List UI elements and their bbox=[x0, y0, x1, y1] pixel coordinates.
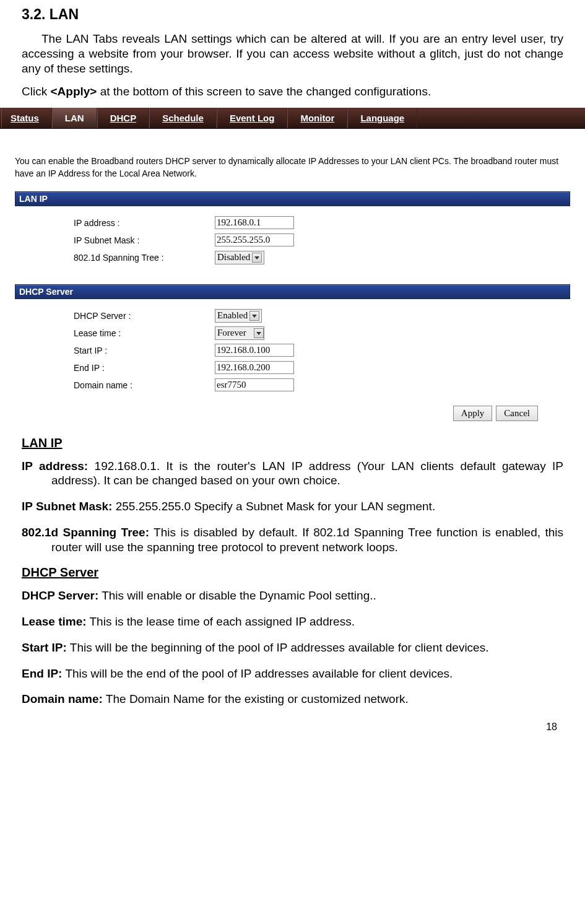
label-spanning-tree: 802.1d Spanning Tree : bbox=[74, 253, 215, 263]
select-spanning-tree[interactable]: Disabled bbox=[215, 251, 264, 264]
input-start-ip[interactable] bbox=[215, 344, 294, 357]
label-end-ip: End IP : bbox=[74, 363, 215, 373]
tab-schedule[interactable]: Schedule bbox=[149, 108, 217, 128]
label-subnet-mask: IP Subnet Mask : bbox=[74, 235, 215, 245]
def-term: DHCP Server: bbox=[22, 589, 98, 602]
lan-ip-form: IP address : IP Subnet Mask : 802.1d Spa… bbox=[74, 215, 570, 266]
def-domain-name: Domain name: The Domain Name for the exi… bbox=[22, 692, 563, 707]
def-term: Lease time: bbox=[22, 615, 87, 628]
def-lease-time: Lease time: This is the lease time of ea… bbox=[22, 614, 563, 629]
label-start-ip: Start IP : bbox=[74, 346, 215, 355]
def-end-ip: End IP: This will be the end of the pool… bbox=[22, 666, 563, 681]
text-fragment: Click bbox=[22, 85, 50, 98]
def-text: 192.168.0.1. It is the router's LAN IP a… bbox=[51, 460, 563, 487]
tab-dhcp[interactable]: DHCP bbox=[97, 108, 150, 128]
input-subnet-mask[interactable] bbox=[215, 233, 294, 246]
def-text: This is the lease time of each assigned … bbox=[87, 615, 355, 628]
def-text: This will enable or disable the Dynamic … bbox=[98, 589, 376, 602]
chevron-down-icon bbox=[252, 253, 262, 263]
def-text: This will be the end of the pool of IP a… bbox=[62, 667, 453, 680]
def-start-ip: Start IP: This will be the beginning of … bbox=[22, 640, 563, 655]
input-ip-address[interactable] bbox=[215, 216, 294, 229]
dhcp-form: DHCP Server : Enabled Lease time : Forev… bbox=[74, 308, 570, 393]
tab-monitor[interactable]: Monitor bbox=[287, 108, 347, 128]
tab-event-log[interactable]: Event Log bbox=[217, 108, 288, 128]
dhcp-server-section-header: DHCP Server bbox=[15, 284, 570, 299]
tab-status[interactable]: Status bbox=[1, 108, 52, 128]
select-lease-time[interactable]: Forever bbox=[215, 326, 264, 340]
def-term: End IP: bbox=[22, 667, 62, 680]
label-ip-address: IP address : bbox=[74, 218, 215, 228]
row-end-ip: End IP : bbox=[74, 360, 570, 376]
def-text: The Domain Name for the existing or cust… bbox=[103, 692, 409, 705]
paragraph-apply-note: Click <Apply> at the bottom of this scre… bbox=[22, 84, 563, 99]
select-value: Enabled bbox=[217, 310, 248, 321]
chevron-down-icon bbox=[249, 311, 259, 321]
row-lease-time: Lease time : Forever bbox=[74, 325, 570, 341]
def-spanning-tree: 802.1d Spanning Tree: This is disabled b… bbox=[22, 525, 563, 555]
text-fragment: at the bottom of this screen to save the… bbox=[97, 85, 431, 98]
cancel-button[interactable]: Cancel bbox=[496, 406, 538, 421]
select-value: Forever bbox=[217, 328, 252, 338]
dhcp-server-heading: DHCP Server bbox=[22, 565, 563, 580]
paragraph-intro: The LAN Tabs reveals LAN settings which … bbox=[22, 32, 563, 76]
lan-ip-heading: LAN IP bbox=[22, 436, 563, 450]
tab-lan[interactable]: LAN bbox=[52, 108, 97, 128]
input-domain-name[interactable] bbox=[215, 378, 294, 391]
row-spanning-tree: 802.1d Spanning Tree : Disabled bbox=[74, 250, 570, 266]
label-dhcp-server: DHCP Server : bbox=[74, 311, 215, 321]
row-start-ip: Start IP : bbox=[74, 342, 570, 359]
def-term: IP address: bbox=[22, 460, 88, 473]
page-number: 18 bbox=[22, 721, 563, 733]
select-value: Disabled bbox=[217, 252, 250, 263]
tab-bar: Status LAN DHCP Schedule Event Log Monit… bbox=[0, 108, 585, 129]
lan-ip-section-header: LAN IP bbox=[15, 191, 570, 206]
def-ip-address: IP address: 192.168.0.1. It is the route… bbox=[22, 459, 563, 489]
chevron-down-icon bbox=[254, 328, 264, 338]
input-end-ip[interactable] bbox=[215, 361, 294, 374]
row-subnet-mask: IP Subnet Mask : bbox=[74, 232, 570, 248]
def-subnet-mask: IP Subnet Mask: 255.255.255.0 Specify a … bbox=[22, 499, 563, 514]
apply-keyword: <Apply> bbox=[50, 85, 97, 98]
row-domain-name: Domain name : bbox=[74, 377, 570, 393]
label-lease-time: Lease time : bbox=[74, 328, 215, 338]
row-ip-address: IP address : bbox=[74, 215, 570, 231]
def-term: 802.1d Spanning Tree: bbox=[22, 526, 149, 539]
tab-language[interactable]: Language bbox=[347, 108, 417, 128]
def-term: Domain name: bbox=[22, 692, 103, 705]
label-domain-name: Domain name : bbox=[74, 380, 215, 390]
section-heading: 3.2. LAN bbox=[22, 6, 563, 23]
router-ui-screenshot: Status LAN DHCP Schedule Event Log Monit… bbox=[0, 108, 585, 429]
page-description: You can enable the Broadband routers DHC… bbox=[15, 155, 570, 180]
def-dhcp-server: DHCP Server: This will enable or disable… bbox=[22, 588, 563, 603]
def-text: 255.255.255.0 Specify a Subnet Mask for … bbox=[112, 500, 435, 513]
def-text: This will be the beginning of the pool o… bbox=[67, 641, 489, 654]
apply-button[interactable]: Apply bbox=[453, 406, 493, 421]
def-term: Start IP: bbox=[22, 641, 67, 654]
button-row: Apply Cancel bbox=[15, 406, 570, 421]
row-dhcp-server: DHCP Server : Enabled bbox=[74, 308, 570, 324]
select-dhcp-server[interactable]: Enabled bbox=[215, 309, 262, 323]
def-term: IP Subnet Mask: bbox=[22, 500, 112, 513]
